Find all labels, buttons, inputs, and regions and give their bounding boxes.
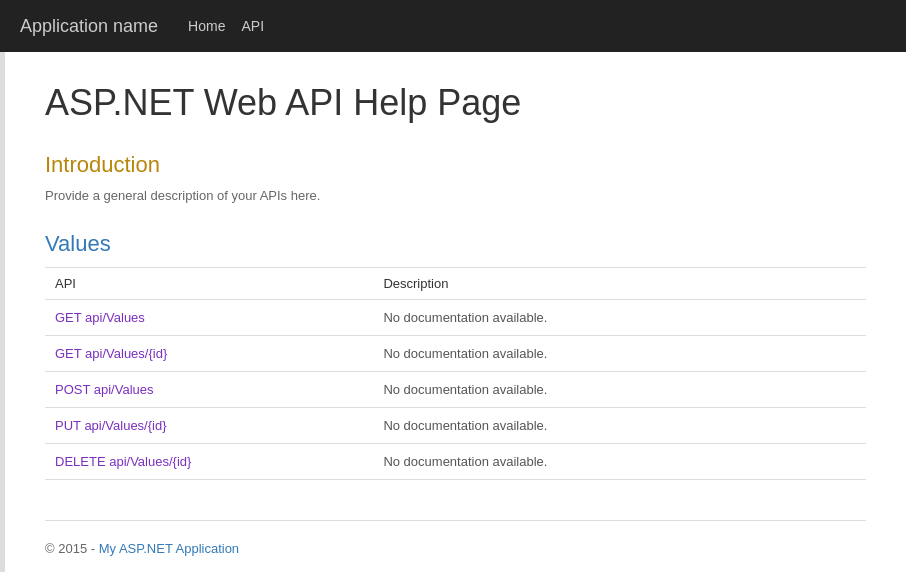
- nav-link-home[interactable]: Home: [188, 14, 225, 38]
- intro-description: Provide a general description of your AP…: [45, 188, 866, 203]
- table-row: GET api/ValuesNo documentation available…: [45, 300, 866, 336]
- table-cell-desc: No documentation available.: [373, 300, 866, 336]
- api-link[interactable]: GET api/Values/{id}: [55, 346, 167, 361]
- table-cell-api: DELETE api/Values/{id}: [45, 444, 373, 480]
- table-cell-api: GET api/Values: [45, 300, 373, 336]
- table-cell-desc: No documentation available.: [373, 408, 866, 444]
- navbar: Application name Home API: [0, 0, 906, 52]
- table-cell-desc: No documentation available.: [373, 336, 866, 372]
- values-heading: Values: [45, 231, 866, 257]
- footer-text: © 2015 - My ASP.NET Application: [45, 541, 239, 556]
- api-link[interactable]: POST api/Values: [55, 382, 154, 397]
- api-table-body: GET api/ValuesNo documentation available…: [45, 300, 866, 480]
- table-cell-api: GET api/Values/{id}: [45, 336, 373, 372]
- intro-heading: Introduction: [45, 152, 866, 178]
- nav-item-api[interactable]: API: [241, 18, 264, 34]
- table-row: PUT api/Values/{id}No documentation avai…: [45, 408, 866, 444]
- table-cell-api: POST api/Values: [45, 372, 373, 408]
- navbar-nav: Home API: [188, 18, 264, 34]
- table-row: DELETE api/Values/{id}No documentation a…: [45, 444, 866, 480]
- page-wrapper: ASP.NET Web API Help Page Introduction P…: [0, 52, 906, 572]
- table-row: POST api/ValuesNo documentation availabl…: [45, 372, 866, 408]
- content-area: ASP.NET Web API Help Page Introduction P…: [5, 52, 906, 572]
- col-header-desc: Description: [373, 268, 866, 300]
- navbar-brand[interactable]: Application name: [20, 16, 158, 37]
- footer: © 2015 - My ASP.NET Application: [45, 520, 866, 556]
- nav-link-api[interactable]: API: [241, 14, 264, 38]
- api-link[interactable]: DELETE api/Values/{id}: [55, 454, 191, 469]
- table-row: GET api/Values/{id}No documentation avai…: [45, 336, 866, 372]
- values-section: Values API Description GET api/ValuesNo …: [45, 231, 866, 480]
- table-cell-desc: No documentation available.: [373, 372, 866, 408]
- table-header-row: API Description: [45, 268, 866, 300]
- api-link[interactable]: PUT api/Values/{id}: [55, 418, 167, 433]
- table-cell-desc: No documentation available.: [373, 444, 866, 480]
- intro-section: Introduction Provide a general descripti…: [45, 152, 866, 203]
- page-title: ASP.NET Web API Help Page: [45, 82, 866, 124]
- col-header-api: API: [45, 268, 373, 300]
- table-cell-api: PUT api/Values/{id}: [45, 408, 373, 444]
- api-link[interactable]: GET api/Values: [55, 310, 145, 325]
- nav-item-home[interactable]: Home: [188, 18, 225, 34]
- footer-link[interactable]: My ASP.NET Application: [99, 541, 239, 556]
- api-table: API Description GET api/ValuesNo documen…: [45, 267, 866, 480]
